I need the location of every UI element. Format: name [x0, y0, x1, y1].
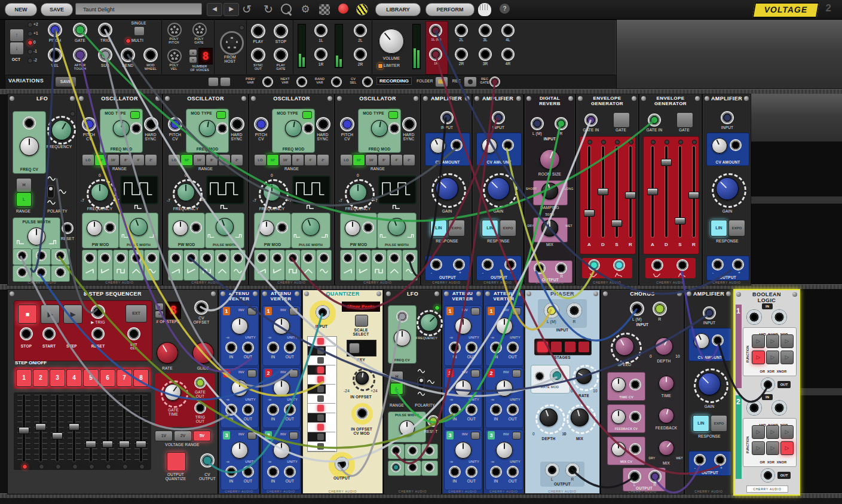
inv-button[interactable]	[289, 370, 298, 377]
saw-out-jack[interactable]	[84, 253, 95, 263]
input-1r-jack[interactable]	[314, 48, 327, 61]
rec-button[interactable]	[464, 76, 477, 87]
eg-out-jack[interactable]	[676, 259, 688, 271]
variation-extra-button-1[interactable]	[208, 77, 219, 87]
range-lo-button[interactable]: LO	[168, 154, 180, 166]
bool2-in-a-jack[interactable]	[746, 400, 762, 416]
output-2l-jack[interactable]	[455, 24, 468, 37]
output-quantize-button[interactable]	[167, 452, 186, 471]
variation-save-button[interactable]: SAVE	[55, 76, 76, 87]
aftertouch-jack[interactable]	[73, 48, 87, 62]
ramp-out-jack[interactable]	[186, 253, 197, 263]
inv-button[interactable]	[289, 308, 298, 315]
square-out-jack[interactable]	[17, 250, 27, 261]
black-key[interactable]	[308, 365, 326, 375]
freq-cv-jack[interactable]	[396, 311, 408, 322]
single-multi-button[interactable]	[134, 26, 145, 36]
range-32-button[interactable]: 32'	[267, 154, 279, 166]
range-4-button[interactable]: 4'	[218, 154, 231, 166]
eg-out-jack[interactable]	[613, 259, 625, 271]
output-1l-jack[interactable]	[429, 24, 442, 37]
and-button[interactable]: ▷	[752, 425, 765, 439]
gate-in-jack[interactable]	[648, 113, 661, 127]
range-32-button[interactable]: 32'	[94, 154, 107, 166]
white-key[interactable]	[308, 394, 335, 404]
triangle-out-jack[interactable]	[391, 462, 401, 472]
adsr-slider-R[interactable]	[624, 146, 637, 237]
pw-mod-jack[interactable]	[190, 222, 202, 233]
stages-display[interactable]	[534, 339, 592, 355]
prev-var-jack[interactable]	[262, 76, 273, 87]
cable-style-icon[interactable]	[319, 4, 330, 15]
polarity-switch[interactable]	[418, 377, 424, 389]
amp-out-plus-jack[interactable]	[504, 259, 516, 271]
chorus-depth-knob[interactable]	[655, 337, 673, 355]
range-lo-button[interactable]: LO	[254, 154, 267, 166]
step-slider-1[interactable]	[17, 395, 30, 462]
reverb-out-l-jack[interactable]	[534, 262, 546, 274]
range-2-button[interactable]: 2'	[231, 154, 243, 166]
range-lo-button[interactable]: LO	[82, 154, 94, 166]
mix-cv-knob[interactable]	[611, 442, 626, 456]
play-jack[interactable]	[251, 24, 265, 38]
gain-knob[interactable]	[698, 373, 721, 395]
pulse-width-knob[interactable]	[302, 218, 320, 236]
output-3l-jack[interactable]	[479, 24, 492, 37]
expo-button[interactable]: EXPO	[448, 220, 465, 236]
steps-up-button[interactable]: ▲	[155, 303, 164, 311]
lin-button[interactable]: LIN	[430, 220, 447, 236]
output-1r-jack[interactable]	[429, 48, 442, 61]
stage-segment[interactable]	[578, 342, 589, 352]
key-display[interactable]	[347, 340, 376, 357]
frequency-knob[interactable]	[177, 183, 195, 201]
inv-button[interactable]	[247, 432, 256, 440]
time-cv-knob[interactable]	[611, 377, 626, 392]
next-patch-button[interactable]: ▶	[223, 3, 239, 16]
att-out-jack[interactable]	[242, 404, 254, 416]
sus-jack[interactable]	[98, 48, 112, 62]
amp-out-plus-jack[interactable]	[732, 259, 744, 271]
range-2-button[interactable]: 2'	[403, 154, 415, 166]
amp-input-jack[interactable]	[721, 111, 734, 124]
att-knob[interactable]	[455, 380, 471, 397]
frequency-knob[interactable]	[349, 183, 367, 201]
pw-mod-knob[interactable]	[345, 220, 360, 236]
mix-knob[interactable]	[571, 408, 589, 426]
redo-icon[interactable]: ↻	[261, 2, 276, 17]
seq-ext-clk-jack[interactable]	[127, 327, 140, 340]
cv-amount-knob[interactable]	[430, 138, 446, 153]
step-button-5[interactable]: 5	[83, 369, 99, 387]
rate-knob[interactable]	[157, 342, 178, 364]
sine-out-jack[interactable]	[232, 253, 243, 263]
att-in-jack[interactable]	[225, 404, 237, 416]
square-out-jack[interactable]	[201, 253, 212, 263]
inv-button[interactable]	[247, 308, 256, 315]
depth-knob[interactable]	[540, 408, 558, 426]
hard-sync-jack[interactable]	[316, 117, 330, 131]
ramp-out-jack[interactable]	[100, 253, 111, 263]
poly-pitch-din-icon[interactable]	[167, 23, 182, 37]
range-4-button[interactable]: 4'	[132, 154, 145, 166]
range-32-button[interactable]: 32'	[180, 154, 193, 166]
pw-mod-jack[interactable]	[104, 222, 116, 233]
white-key[interactable]	[308, 356, 335, 365]
step-slider-3[interactable]	[51, 395, 64, 462]
performance-hand-icon[interactable]	[478, 3, 491, 16]
att-in-jack[interactable]	[490, 342, 502, 354]
rec-gate-jack[interactable]	[489, 76, 500, 87]
voices-down-button[interactable]: ▼	[189, 56, 197, 63]
inv-button[interactable]	[471, 432, 480, 440]
att-knob[interactable]	[496, 380, 513, 397]
seq-trig-jack[interactable]	[91, 305, 105, 319]
seq-stop-button[interactable]: ■	[18, 305, 37, 324]
play-gate-jack[interactable]	[274, 48, 288, 62]
pitch-cv-jack[interactable]	[340, 117, 354, 131]
pitch-jack[interactable]	[48, 23, 62, 37]
att-in-jack[interactable]	[490, 404, 502, 416]
att-out-jack[interactable]	[466, 466, 477, 478]
pulse-width-knob[interactable]	[27, 228, 45, 245]
triangle-out-jack[interactable]	[17, 267, 27, 278]
save-button[interactable]: SAVE	[41, 3, 73, 16]
scale-select-button[interactable]	[355, 315, 368, 327]
perform-button[interactable]: PERFORM	[425, 3, 474, 16]
